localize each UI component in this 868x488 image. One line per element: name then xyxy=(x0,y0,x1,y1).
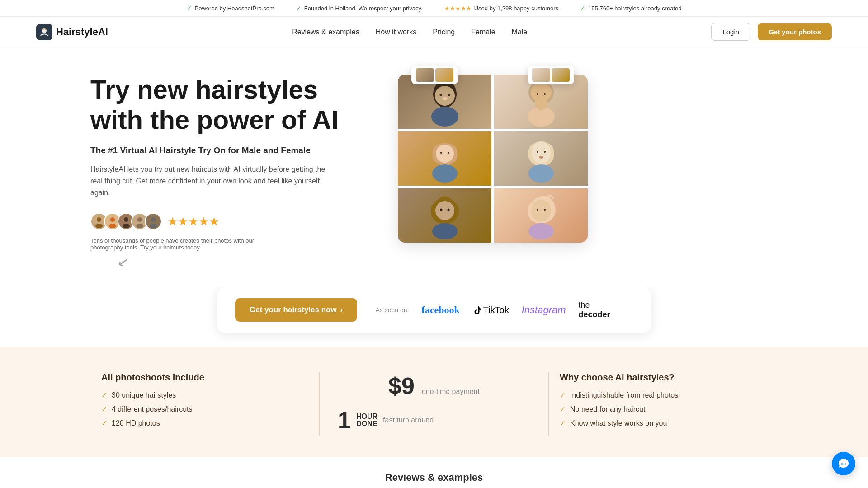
feature-list-1: ✓ 30 unique hairstyles ✓ 4 different pos… xyxy=(101,391,308,427)
features-section: All photoshoots include ✓ 30 unique hair… xyxy=(0,347,868,457)
svg-point-5 xyxy=(124,217,128,222)
svg-point-23 xyxy=(436,145,454,163)
svg-point-3 xyxy=(110,217,115,222)
svg-point-1 xyxy=(97,217,101,222)
get-photos-button[interactable]: Get your photos xyxy=(758,23,832,40)
instagram-logo: Instagram xyxy=(522,304,566,316)
svg-point-36 xyxy=(531,200,551,221)
navigation: HairstyleAI Reviews & examples How it wo… xyxy=(0,17,868,47)
hair-image-4 xyxy=(494,131,588,186)
svg-point-8 xyxy=(136,224,143,228)
banner-item-stars: ★★★★★ Used by 1,298 happy customers xyxy=(444,5,558,12)
banner-text-3: Used by 1,298 happy customers xyxy=(474,5,558,12)
cta-button-label: Get your hairstyles now xyxy=(250,305,337,314)
hero-content: Try new hairstyles with the power of AI … xyxy=(90,75,371,269)
avatar-group xyxy=(90,213,162,230)
nav-links: Reviews & examples How it works Pricing … xyxy=(292,28,527,36)
svg-point-35 xyxy=(447,209,449,211)
svg-point-15 xyxy=(448,94,450,96)
banner-text-2: Founded in Holland. We respect your priv… xyxy=(304,5,423,12)
feature-text-3: 120 HD photos xyxy=(112,419,160,427)
hero-description: HairstyleAI lets you try out new haircut… xyxy=(90,164,326,198)
svg-point-20 xyxy=(535,96,547,110)
nav-reviews[interactable]: Reviews & examples xyxy=(292,28,359,36)
svg-point-9 xyxy=(151,217,156,222)
hero-section: Try new hairstyles with the power of AI … xyxy=(0,47,868,287)
feature-item-3: ✓ 120 HD photos xyxy=(101,419,308,427)
reviews-section-hint: Reviews & examples xyxy=(0,457,868,488)
chat-button[interactable] xyxy=(832,452,855,475)
features-grid: All photoshoots include ✓ 30 unique hair… xyxy=(90,372,778,436)
feature-item-2: ✓ 4 different poses/haircuts xyxy=(101,405,308,413)
feature-item-1: ✓ 30 unique hairstyles xyxy=(101,391,308,399)
svg-point-25 xyxy=(440,152,442,154)
nav-male[interactable]: Male xyxy=(512,28,528,36)
social-proof-row: ★★★★★ xyxy=(90,213,371,230)
feature-text-6: Know what style works on you xyxy=(570,419,667,427)
hair-image-5 xyxy=(398,188,491,243)
nav-pricing[interactable]: Pricing xyxy=(433,28,455,36)
get-hairstyles-button[interactable]: Get your hairstyles now › xyxy=(235,298,357,322)
cta-wrapper: Get your hairstyles now › As seen on: fa… xyxy=(0,287,868,333)
svg-point-13 xyxy=(431,107,458,127)
svg-point-24 xyxy=(432,164,458,183)
feature-text-2: 4 different poses/haircuts xyxy=(112,405,192,413)
hour-text: HOUR DONE xyxy=(356,413,377,427)
decoder-logo: thedecoder xyxy=(579,300,610,319)
svg-point-14 xyxy=(439,94,442,96)
svg-point-32 xyxy=(435,201,454,220)
hero-title: Try new hairstyles with the power of AI xyxy=(90,75,371,135)
hair-image-6 xyxy=(494,188,588,243)
login-button[interactable]: Login xyxy=(711,23,750,41)
cta-arrow-icon: › xyxy=(340,305,343,314)
check-icon-f6: ✓ xyxy=(560,419,566,427)
banner-text-1: Powered by HeadshotPro.com xyxy=(195,5,274,12)
feature-text-1: 30 unique hairstyles xyxy=(112,391,176,399)
nav-female[interactable]: Female xyxy=(471,28,495,36)
tiktok-logo: TikTok xyxy=(472,305,509,315)
feature-item-4: ✓ Indistinguishable from real photos xyxy=(560,391,767,399)
price-label: one-time payment xyxy=(422,388,480,396)
svg-point-37 xyxy=(528,223,554,239)
banner-item-4: ✓ 155,760+ hairstyles already created xyxy=(580,5,681,12)
svg-point-30 xyxy=(544,151,546,153)
hour-sub: DONE xyxy=(356,420,377,427)
svg-point-10 xyxy=(150,224,157,228)
feature-item-5: ✓ No need for any haircut xyxy=(560,405,767,413)
check-icon-f4: ✓ xyxy=(560,391,566,399)
logo-text: HairstyleAI xyxy=(56,26,108,38)
as-seen-label: As seen on: xyxy=(375,306,409,314)
banner-text-4: 155,760+ hairstyles already created xyxy=(588,5,681,12)
reviews-title: Reviews & examples xyxy=(385,472,483,483)
svg-point-39 xyxy=(544,209,546,211)
svg-point-29 xyxy=(537,151,538,153)
svg-point-12 xyxy=(435,86,455,106)
mini-card-before-after-2 xyxy=(528,66,574,84)
mini-card-before-after-1 xyxy=(411,66,458,84)
banner-stars: ★★★★★ xyxy=(444,5,472,12)
hour-label: fast turn around xyxy=(383,416,434,424)
svg-point-7 xyxy=(137,217,142,222)
svg-point-2 xyxy=(95,224,103,228)
svg-point-27 xyxy=(532,142,551,164)
nav-how-it-works[interactable]: How it works xyxy=(376,28,417,36)
hero-images xyxy=(398,75,588,246)
price-row: $9 one-time payment xyxy=(338,372,530,399)
check-icon-2: ✓ xyxy=(296,5,302,12)
feature-col-3: Why choose AI hairstyles? ✓ Indistinguis… xyxy=(549,372,778,433)
check-icon-f3: ✓ xyxy=(101,419,107,427)
star-rating: ★★★★★ xyxy=(167,215,219,229)
check-icon-f2: ✓ xyxy=(101,405,107,413)
social-proof-text: Tens of thousands of people have created… xyxy=(90,237,280,251)
svg-point-28 xyxy=(528,164,554,183)
check-icon-f1: ✓ xyxy=(101,391,107,399)
svg-point-16 xyxy=(442,97,448,100)
hairstyle-grid xyxy=(398,75,588,243)
avatar-5 xyxy=(145,213,162,230)
svg-point-4 xyxy=(109,224,116,228)
logo[interactable]: HairstyleAI xyxy=(36,24,108,40)
feature-col-1: All photoshoots include ✓ 30 unique hair… xyxy=(90,372,319,433)
hour-done: HOUR xyxy=(356,413,377,420)
check-icon-f5: ✓ xyxy=(560,405,566,413)
price-value: $9 xyxy=(388,372,415,399)
